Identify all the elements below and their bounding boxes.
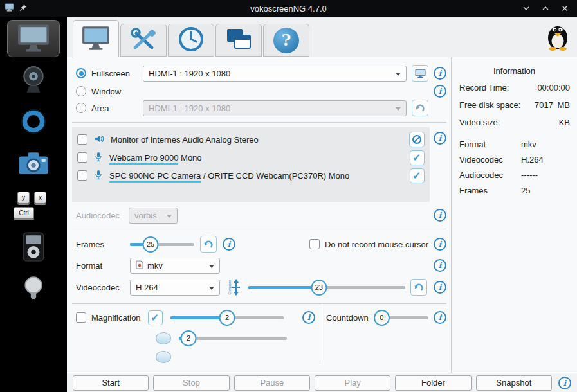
tux-penguin-icon	[545, 21, 571, 53]
titlebar: vokoscreenNG 4.7.0	[0, 0, 577, 17]
tab-tools[interactable]	[120, 24, 167, 57]
magnification-shape-radio[interactable]	[156, 332, 171, 344]
info-icon[interactable]	[434, 85, 446, 98]
frames-slider[interactable]: 25	[130, 236, 194, 253]
snapshot-button[interactable]: Snapshot	[476, 375, 552, 391]
format-select[interactable]: mkv	[130, 258, 220, 274]
key-x: x	[34, 192, 46, 204]
window-radio[interactable]	[76, 86, 86, 96]
play-button: Play	[315, 375, 390, 391]
videocodec-value: H.264	[136, 283, 158, 292]
area-display-select: HDMI-1 : 1920 x 1080	[143, 100, 407, 116]
audio-device-checkbox[interactable]	[77, 134, 87, 145]
minimize-button[interactable]	[522, 4, 531, 13]
magnification-shape-checkbox[interactable]	[148, 310, 163, 325]
magnification-shape-radio[interactable]	[156, 351, 171, 363]
fullscreen-radio[interactable]	[76, 68, 86, 78]
area-reset-button[interactable]	[412, 100, 428, 116]
start-button[interactable]: Start	[73, 375, 149, 391]
magnification-size-row: 2	[76, 329, 315, 347]
audio-device-label: SPC 900NC PC Camera / ORITE CCD Webcam(P…	[109, 171, 349, 181]
mute-button[interactable]	[409, 132, 425, 147]
device-enabled-checkbox[interactable]	[410, 168, 425, 183]
videocodec-label: Videocodec	[76, 283, 130, 292]
disk-space-label: Free disk space:	[459, 100, 520, 110]
frames-info-label: Frames	[459, 186, 521, 195]
info-icon[interactable]	[223, 238, 235, 251]
info-icon[interactable]	[434, 281, 446, 294]
no-cursor-label: Do not record mouse cursor	[325, 240, 428, 249]
hotkeys-icon: y x Ctrl	[12, 190, 55, 221]
magnification-slider-2-handle[interactable]: 2	[181, 330, 197, 346]
area-label: Area	[91, 103, 143, 113]
sidebar-item-camera[interactable]	[7, 145, 60, 183]
area-display-value: HDMI-1 : 1920 x 1080	[149, 103, 230, 113]
info-icon[interactable]	[434, 311, 446, 324]
info-icon[interactable]	[302, 311, 315, 324]
show-display-button[interactable]	[412, 65, 428, 82]
audio-device-checkbox[interactable]	[77, 170, 87, 181]
quality-reset-button[interactable]	[410, 279, 427, 296]
sidebar: y x Ctrl	[0, 17, 67, 392]
file-icon	[136, 260, 143, 271]
audiocodec-row: Audiocodec vorbis	[76, 207, 446, 224]
pin-icon[interactable]	[19, 4, 27, 13]
magnification-label: Magnification	[91, 313, 148, 323]
frames-label: Frames	[76, 240, 130, 249]
tools-icon	[129, 26, 158, 54]
info-icon[interactable]	[558, 377, 571, 389]
close-button[interactable]	[560, 4, 569, 13]
frames-slider-handle[interactable]: 25	[143, 236, 159, 253]
tab-windows[interactable]	[215, 24, 262, 57]
info-icon[interactable]	[434, 238, 446, 251]
audio-device-row: Monitor of Internes Audio Analog Stereo	[72, 132, 430, 147]
sidebar-item-webcam[interactable]	[7, 62, 60, 99]
device-enabled-checkbox[interactable]	[410, 150, 425, 165]
key-y: y	[17, 192, 30, 204]
videocodec-select[interactable]: H.264	[130, 280, 220, 296]
windows-icon	[224, 26, 253, 54]
quality-slider[interactable]: 23	[248, 280, 405, 296]
bottom-bar: Start Stop Pause Play Folder Snapshot	[67, 373, 577, 392]
microphone-icon	[94, 152, 103, 164]
magnification-checkbox[interactable]	[76, 312, 86, 323]
tab-help[interactable]	[263, 24, 309, 57]
device-suffix: / ORITE CCD Webcam(PC370R) Mono	[201, 171, 349, 181]
sidebar-item-screen[interactable]	[7, 20, 60, 57]
sidebar-item-stopwatch[interactable]	[7, 103, 60, 141]
frames-row: Frames 25 Do not record mouse cursor	[76, 235, 446, 253]
folder-button[interactable]: Folder	[395, 375, 471, 391]
sidebar-item-hotkeys[interactable]: y x Ctrl	[7, 187, 60, 224]
audio-device-checkbox[interactable]	[77, 152, 87, 163]
fullscreen-display-select[interactable]: HDMI-1 : 1920 x 1080	[143, 66, 407, 82]
device-name: SPC 900NC PC Camera	[109, 171, 201, 183]
compress-label: Compress	[228, 280, 232, 295]
videocodec-info-row: Videocodec H.264	[452, 155, 577, 165]
audio-device-box: Monitor of Internes Audio Analog Stereo …	[72, 127, 430, 202]
tab-screen[interactable]	[73, 20, 119, 57]
info-icon[interactable]	[434, 209, 446, 222]
disk-space-unit: MB	[553, 100, 570, 110]
maximize-button[interactable]	[541, 4, 550, 13]
info-icon[interactable]	[434, 67, 446, 80]
info-icon[interactable]	[434, 132, 446, 145]
speaker-icon	[94, 134, 104, 146]
sidebar-item-tips[interactable]	[7, 271, 60, 308]
countdown-slider-handle[interactable]: 0	[374, 310, 390, 326]
magnification-slider-1[interactable]: 2	[170, 310, 284, 326]
tabbar	[67, 17, 577, 57]
no-cursor-checkbox[interactable]	[309, 239, 320, 249]
frames-reset-button[interactable]	[200, 236, 217, 253]
sidebar-item-player[interactable]	[7, 229, 60, 266]
separator	[72, 303, 446, 304]
monitor-icon	[16, 22, 51, 55]
quality-slider-handle[interactable]: 23	[311, 280, 327, 296]
device-suffix: Mono	[178, 153, 201, 163]
magnification-slider-1-handle[interactable]: 2	[219, 310, 235, 326]
tab-timer[interactable]	[168, 24, 214, 57]
window-label: Window	[91, 87, 121, 96]
info-icon[interactable]	[434, 259, 446, 272]
magnification-slider-2[interactable]: 2	[179, 330, 287, 346]
area-radio[interactable]	[76, 103, 86, 113]
countdown-slider[interactable]: 0	[374, 310, 428, 326]
